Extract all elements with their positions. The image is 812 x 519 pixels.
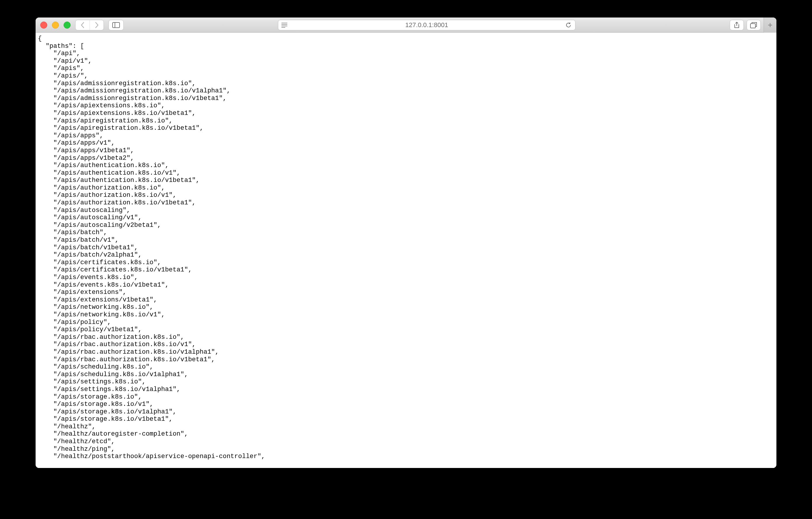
json-output: { "paths": [ "/api", "/api/v1", "/apis",… bbox=[36, 33, 776, 463]
svg-rect-0 bbox=[113, 23, 120, 28]
tabs-icon bbox=[750, 22, 757, 28]
chevron-left-icon bbox=[80, 22, 85, 28]
window-controls bbox=[40, 22, 70, 29]
new-tab-button[interactable]: + bbox=[763, 18, 776, 33]
right-controls: + bbox=[730, 18, 772, 33]
minimize-button[interactable] bbox=[52, 22, 59, 29]
share-icon bbox=[734, 22, 740, 29]
browser-window: 127.0.0.1:8001 + { "paths": [ "/api", "/… bbox=[36, 18, 776, 468]
reload-button[interactable] bbox=[565, 22, 572, 28]
share-button[interactable] bbox=[730, 20, 744, 30]
tabs-button[interactable] bbox=[747, 20, 761, 30]
reader-icon bbox=[281, 23, 288, 28]
close-button[interactable] bbox=[40, 22, 47, 29]
maximize-button[interactable] bbox=[64, 22, 70, 29]
address-area: 127.0.0.1:8001 bbox=[128, 20, 725, 30]
nav-button-group bbox=[75, 20, 104, 30]
address-bar[interactable]: 127.0.0.1:8001 bbox=[278, 20, 576, 30]
forward-button[interactable] bbox=[90, 20, 104, 30]
back-button[interactable] bbox=[76, 20, 90, 30]
reader-button[interactable] bbox=[281, 23, 288, 28]
svg-rect-6 bbox=[750, 24, 755, 28]
toolbar: 127.0.0.1:8001 + bbox=[36, 18, 776, 33]
page-content: { "paths": [ "/api", "/api/v1", "/apis",… bbox=[36, 33, 776, 468]
sidebar-icon bbox=[112, 22, 120, 28]
sidebar-toggle-button[interactable] bbox=[109, 20, 124, 30]
plus-icon: + bbox=[768, 21, 772, 30]
reload-icon bbox=[565, 22, 572, 28]
address-text: 127.0.0.1:8001 bbox=[405, 21, 448, 29]
chevron-right-icon bbox=[94, 22, 99, 28]
